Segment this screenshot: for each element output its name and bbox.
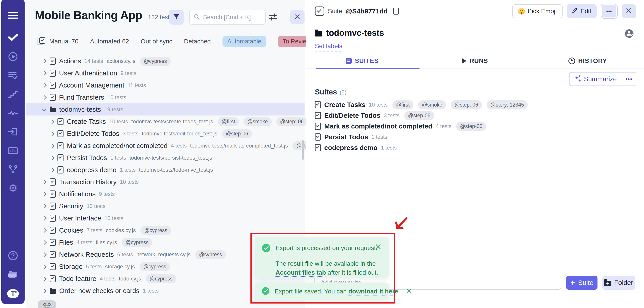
tab-label: RUNS bbox=[470, 57, 488, 65]
chevron-right-icon[interactable] bbox=[42, 240, 46, 245]
chevron-right-icon[interactable] bbox=[42, 83, 46, 88]
toast-close-button[interactable] bbox=[405, 288, 413, 295]
filter-out-of-sync[interactable]: Out of sync bbox=[141, 38, 172, 45]
chevron-right-icon[interactable] bbox=[42, 59, 46, 63]
suite-name[interactable]: Mark as completed/not completed bbox=[324, 122, 432, 130]
tag-pill[interactable]: @cypress bbox=[146, 274, 176, 283]
set-labels-link[interactable]: Set labels bbox=[315, 43, 342, 52]
chevron-right-icon[interactable] bbox=[42, 276, 46, 281]
tree-row-actions[interactable]: Actions 14 tests actions.cy.js @cypress bbox=[26, 55, 304, 67]
suite-list-item-edit-delete-todos[interactable]: Edit/Delete Todos 3 tests @step-06 bbox=[315, 110, 635, 121]
filter-automated[interactable]: Automated 62 bbox=[90, 38, 129, 45]
adjustments-button[interactable] bbox=[269, 13, 278, 22]
tree-row-account-management[interactable]: Account Management 11 tests bbox=[26, 79, 304, 91]
sidebar-item-analytics[interactable] bbox=[6, 107, 20, 120]
scrollbar-thumb[interactable] bbox=[302, 140, 304, 160]
chevron-right-icon[interactable] bbox=[42, 288, 46, 293]
chevron-right-icon[interactable] bbox=[42, 216, 46, 220]
chevron-right-icon[interactable] bbox=[50, 167, 54, 172]
tab-runs[interactable]: RUNS bbox=[418, 53, 531, 69]
chevron-right-icon[interactable] bbox=[42, 228, 46, 233]
suite-list-item-mark-as-completed[interactable]: Mark as completed/not completed 4 tests … bbox=[315, 121, 635, 132]
sidebar-item-dashboard[interactable] bbox=[6, 145, 20, 157]
tag-pill[interactable]: @first bbox=[392, 100, 414, 109]
sidebar-item-help[interactable]: ? bbox=[6, 249, 20, 262]
tree-row-user-authentication[interactable]: User Authentication 9 tests bbox=[26, 67, 304, 79]
suite-list-item-persist-todos[interactable]: Persist Todos 1 tests bbox=[315, 132, 635, 142]
tree-row-user-interface[interactable]: User Interface 10 tests bbox=[26, 212, 304, 224]
command-shortcut-button[interactable]: ⌘ bbox=[38, 300, 56, 308]
tree-row-edit-delete-todos[interactable]: Edit/Delete Todos 3 tests todomvc-tests/… bbox=[26, 128, 304, 140]
chevron-right-icon[interactable] bbox=[50, 143, 54, 148]
chevron-right-icon[interactable] bbox=[42, 192, 46, 196]
sidebar-item-steps[interactable] bbox=[6, 88, 20, 101]
sidebar-item-runs[interactable] bbox=[6, 51, 20, 63]
chevron-right-icon[interactable] bbox=[42, 204, 46, 208]
add-folder-button[interactable]: Folder bbox=[602, 276, 635, 290]
tree-row-mark-as-completed[interactable]: Mark as completed/not completed 4 tests … bbox=[26, 140, 304, 152]
sidebar-item-import[interactable] bbox=[6, 126, 20, 138]
tag-pill[interactable]: @cypress bbox=[140, 57, 170, 66]
sidebar-item-tests[interactable] bbox=[6, 31, 20, 44]
tag-pill[interactable]: @step-06 bbox=[404, 111, 434, 120]
suite-name[interactable]: codepress demo bbox=[324, 144, 378, 152]
tree-row-fund-transfers[interactable]: Fund Transfers 10 tests bbox=[26, 91, 304, 103]
suite-name[interactable]: Edit/Delete Todos bbox=[324, 112, 380, 119]
tag-pill[interactable]: @smoke bbox=[418, 100, 446, 109]
more-options-button[interactable]: ••• bbox=[602, 5, 616, 18]
filter-manual[interactable]: Manual 70 bbox=[49, 38, 78, 45]
tree-row-todomvc-tests-selected[interactable]: todomvc-tests 19 tests bbox=[26, 103, 304, 116]
chevron-right-icon[interactable] bbox=[42, 71, 46, 75]
tag-pill[interactable]: @step-06 bbox=[222, 129, 252, 138]
chevron-right-icon[interactable] bbox=[42, 95, 46, 100]
tree-row-security[interactable]: Security 10 tests bbox=[26, 200, 304, 212]
sidebar-item-test-plans[interactable] bbox=[6, 69, 20, 82]
tree-row-codepress-demo[interactable]: codepress demo 1 tests todomvc-tests/tod… bbox=[26, 164, 304, 176]
summarize-button[interactable]: Summarize bbox=[570, 73, 622, 86]
assignee-avatar[interactable] bbox=[625, 29, 634, 39]
tag-pill[interactable]: @cypress bbox=[140, 226, 171, 235]
panel-close-button[interactable] bbox=[290, 10, 304, 24]
filter-automatable[interactable]: Automatable bbox=[222, 36, 266, 47]
sidebar-item-settings[interactable]: ⚙ bbox=[6, 182, 20, 194]
chevron-right-icon[interactable] bbox=[50, 131, 54, 136]
pick-emoji-button[interactable]: Pick Emoji bbox=[512, 4, 562, 18]
tag-pill[interactable]: @step: 06 bbox=[276, 117, 308, 126]
chevron-right-icon[interactable] bbox=[50, 119, 54, 124]
tab-history[interactable]: HISTORY bbox=[531, 53, 644, 69]
chevron-right-icon[interactable] bbox=[50, 155, 54, 160]
app-logo[interactable]: T bbox=[6, 287, 20, 300]
tree-row-notifications[interactable]: Notifications 9 tests bbox=[26, 188, 304, 200]
tree-row-persist-todos[interactable]: Persist Todos 1 tests todomvc-tests/pers… bbox=[26, 152, 304, 164]
tag-pill[interactable]: @cypress bbox=[195, 250, 226, 259]
tab-suites[interactable]: SUITES bbox=[306, 53, 418, 69]
tag-pill[interactable]: @first bbox=[218, 117, 239, 126]
suite-name[interactable]: Create Tasks bbox=[324, 101, 366, 109]
filter-button[interactable] bbox=[169, 10, 184, 25]
tag-pill[interactable]: @story: 12345 bbox=[486, 100, 528, 109]
sidebar-item-branches[interactable] bbox=[6, 163, 20, 175]
suite-name[interactable]: Persist Todos bbox=[324, 133, 368, 141]
sidebar-item-projects[interactable] bbox=[6, 268, 20, 281]
chevron-right-icon[interactable] bbox=[42, 264, 46, 269]
tag-pill[interactable]: @step: 06 bbox=[451, 100, 482, 109]
suite-list-item-create-tasks[interactable]: Create Tasks 10 tests @first @smoke @ste… bbox=[315, 99, 635, 110]
tree-row-create-tasks[interactable]: Create Tasks 10 tests todomvc-tests/crea… bbox=[26, 116, 304, 128]
tag-pill[interactable]: @cypress bbox=[122, 238, 152, 247]
edit-button[interactable]: Edit bbox=[567, 4, 596, 18]
chevron-down-icon[interactable] bbox=[42, 106, 46, 111]
suite-list-item-codepress-demo[interactable]: codepress demo 1 tests bbox=[315, 142, 635, 153]
filter-detached[interactable]: Detached bbox=[184, 38, 211, 45]
tag-pill[interactable]: @smoke bbox=[244, 117, 272, 126]
chevron-right-icon[interactable] bbox=[42, 252, 46, 257]
chevron-right-icon[interactable] bbox=[42, 179, 46, 184]
close-panel-button[interactable] bbox=[622, 4, 636, 18]
copy-icon[interactable] bbox=[393, 8, 399, 15]
search-input[interactable] bbox=[202, 14, 261, 21]
tag-pill[interactable]: @cypress bbox=[140, 262, 170, 271]
menu-button[interactable] bbox=[6, 10, 20, 22]
add-suite-button[interactable]: + Suite bbox=[566, 276, 598, 290]
tag-pill[interactable]: @step-06 bbox=[456, 122, 486, 131]
summarize-more-button[interactable]: ••• bbox=[622, 73, 636, 86]
tree-row-transaction-history[interactable]: Transaction History 10 tests bbox=[26, 176, 304, 188]
